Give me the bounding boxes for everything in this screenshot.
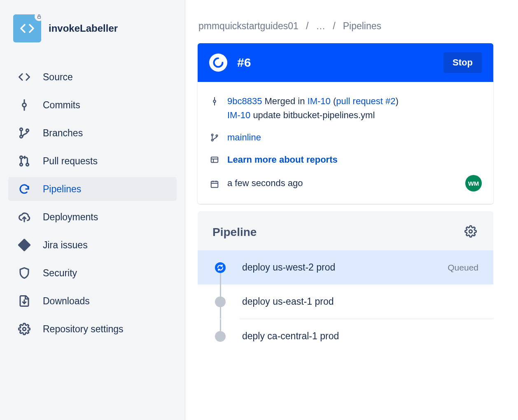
breadcrumb-root[interactable]: pmmquickstartguides01 bbox=[198, 21, 299, 32]
pipeline-steps-list: deploy us-west-2 prod Queued deploy us-e… bbox=[198, 250, 493, 353]
sidebar-item-label: Pull requests bbox=[43, 156, 98, 167]
sidebar-item-jira-issues[interactable]: Jira issues bbox=[8, 233, 177, 257]
commit-icon bbox=[209, 96, 220, 107]
sidebar-item-source[interactable]: Source bbox=[8, 65, 177, 89]
code-icon bbox=[18, 71, 30, 83]
pipeline-step[interactable]: deploy us-east-1 prod bbox=[198, 285, 493, 319]
report-icon bbox=[209, 154, 220, 165]
sidebar-item-label: Branches bbox=[43, 128, 83, 139]
svg-rect-0 bbox=[38, 16, 41, 19]
run-body: 9bc8835 Merged in IM-10 (pull request #2… bbox=[198, 82, 493, 204]
step-status-label: Queued bbox=[448, 263, 478, 273]
svg-point-14 bbox=[23, 327, 26, 331]
branch-link[interactable]: mainline bbox=[227, 131, 261, 145]
pipeline-step[interactable]: deploy us-west-2 prod Queued bbox=[198, 250, 493, 285]
sidebar-nav: Source Commits Branches Pull requests bbox=[8, 65, 177, 341]
sidebar-item-deployments[interactable]: Deployments bbox=[8, 205, 177, 229]
breadcrumb: pmmquickstartguides01 / … / Pipelines bbox=[198, 21, 493, 32]
pipeline-run-card: #6 Stop 9bc8835 Merged in IM-10 (pull re… bbox=[198, 43, 493, 204]
breadcrumb-middle[interactable]: … bbox=[316, 21, 325, 32]
calendar-icon bbox=[209, 179, 220, 189]
sidebar: invokeLabeller Source Commits Branches bbox=[0, 0, 185, 420]
sidebar-item-repo-settings[interactable]: Repository settings bbox=[8, 317, 177, 341]
pipeline-heading: Pipeline bbox=[212, 226, 257, 239]
ticket-link[interactable]: IM-10 bbox=[308, 96, 331, 106]
sidebar-item-label: Security bbox=[43, 268, 77, 279]
sidebar-item-label: Downloads bbox=[43, 296, 90, 307]
step-status-pending-icon bbox=[215, 296, 226, 307]
svg-point-28 bbox=[469, 230, 472, 233]
run-time: a few seconds ago bbox=[227, 176, 303, 190]
jira-icon bbox=[18, 239, 30, 251]
main-content: pmmquickstartguides01 / … / Pipelines #6… bbox=[185, 0, 518, 420]
avatar[interactable]: WM bbox=[465, 175, 482, 191]
pull-request-link[interactable]: pull request #2 bbox=[336, 96, 395, 106]
pipelines-icon bbox=[18, 183, 30, 195]
commit-message: update bitbucket-pipelines.yml bbox=[253, 110, 375, 120]
sidebar-item-label: Pipelines bbox=[43, 184, 81, 195]
sidebar-item-commits[interactable]: Commits bbox=[8, 93, 177, 117]
svg-rect-12 bbox=[18, 239, 30, 251]
sidebar-item-label: Repository settings bbox=[43, 324, 124, 335]
sidebar-item-branches[interactable]: Branches bbox=[8, 121, 177, 145]
branch-icon bbox=[18, 127, 30, 139]
pipeline-settings-button[interactable] bbox=[463, 224, 478, 240]
app-root: invokeLabeller Source Commits Branches bbox=[0, 0, 518, 420]
commit-hash-link[interactable]: 9bc8835 bbox=[227, 96, 262, 106]
step-name: deploy us-east-1 prod bbox=[242, 296, 462, 307]
stop-button[interactable]: Stop bbox=[443, 52, 482, 73]
shield-icon bbox=[18, 267, 30, 279]
cloud-upload-icon bbox=[18, 211, 30, 223]
lock-icon bbox=[35, 12, 44, 21]
step-status-queued-icon bbox=[215, 262, 226, 273]
pr-paren-close: ) bbox=[396, 96, 399, 106]
svg-rect-24 bbox=[211, 182, 218, 188]
sidebar-item-label: Commits bbox=[43, 100, 80, 111]
branch-icon bbox=[209, 132, 220, 143]
pipeline-step[interactable]: deply ca-central-1 prod bbox=[198, 319, 493, 353]
pull-request-icon bbox=[18, 155, 30, 167]
commit-text: 9bc8835 Merged in IM-10 (pull request #2… bbox=[227, 94, 482, 122]
svg-rect-21 bbox=[211, 157, 218, 163]
repo-header: invokeLabeller bbox=[8, 12, 177, 53]
pipeline-steps-card: Pipeline deploy us-west-2 prod Queued de… bbox=[198, 211, 493, 353]
step-status-pending-icon bbox=[215, 331, 226, 342]
run-header: #6 Stop bbox=[198, 43, 493, 82]
repo-icon bbox=[13, 14, 41, 42]
commit-row: 9bc8835 Merged in IM-10 (pull request #2… bbox=[203, 90, 488, 126]
breadcrumb-current[interactable]: Pipelines bbox=[343, 21, 381, 32]
reports-row: Learn more about reports bbox=[203, 149, 488, 171]
commit-icon bbox=[18, 99, 30, 111]
running-status-icon bbox=[209, 54, 227, 72]
merged-in-text: Merged in bbox=[265, 96, 305, 106]
gear-icon bbox=[18, 323, 30, 335]
step-name: deploy us-west-2 prod bbox=[242, 262, 431, 273]
breadcrumb-separator: / bbox=[306, 21, 308, 32]
pipeline-header: Pipeline bbox=[198, 211, 493, 250]
sidebar-item-pipelines[interactable]: Pipelines bbox=[8, 177, 177, 201]
branch-row: mainline bbox=[203, 126, 488, 149]
breadcrumb-separator: / bbox=[333, 21, 335, 32]
download-icon bbox=[18, 295, 30, 307]
sidebar-item-label: Source bbox=[43, 72, 73, 83]
reports-link[interactable]: Learn more about reports bbox=[227, 153, 338, 167]
step-name: deply ca-central-1 prod bbox=[242, 331, 462, 342]
time-row: a few seconds ago WM bbox=[203, 171, 488, 196]
ticket-link-2[interactable]: IM-10 bbox=[227, 110, 250, 120]
sidebar-item-downloads[interactable]: Downloads bbox=[8, 289, 177, 313]
sidebar-item-security[interactable]: Security bbox=[8, 261, 177, 285]
run-number: #6 bbox=[237, 56, 434, 70]
sidebar-item-label: Jira issues bbox=[43, 240, 88, 251]
sidebar-item-label: Deployments bbox=[43, 212, 98, 223]
sidebar-item-pull-requests[interactable]: Pull requests bbox=[8, 149, 177, 173]
repo-name[interactable]: invokeLabeller bbox=[49, 23, 118, 34]
